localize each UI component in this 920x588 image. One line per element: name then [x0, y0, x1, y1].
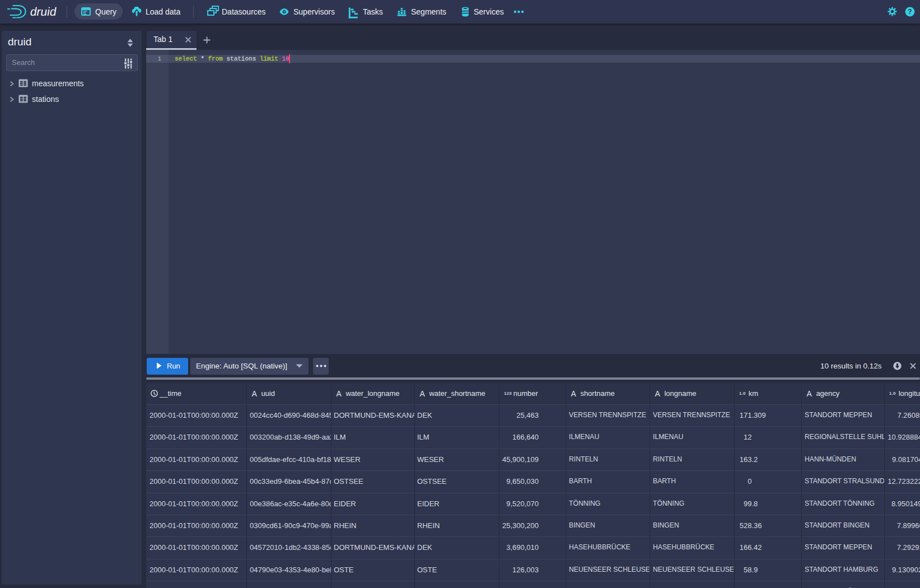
svg-text:?: ? [908, 8, 912, 16]
